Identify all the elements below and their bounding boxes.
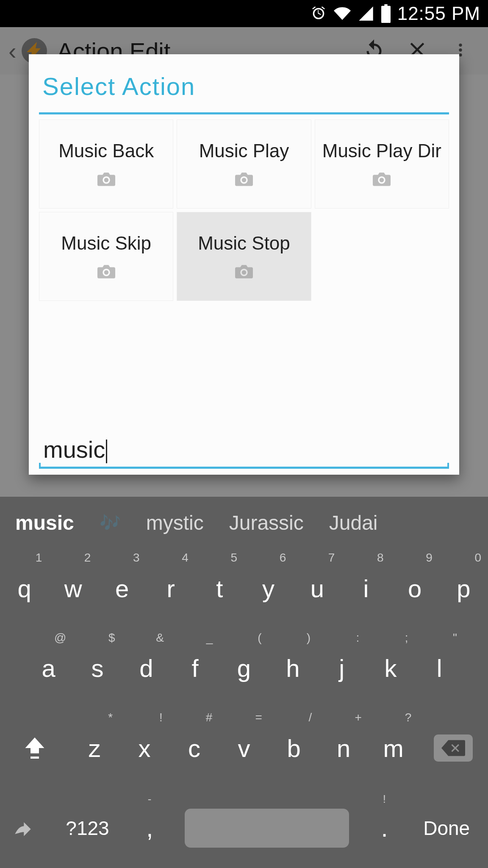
key-e[interactable]: 3e [97,548,146,629]
suggestion-item[interactable]: mystic [146,511,204,534]
key-h[interactable]: )h [269,629,317,709]
key-l[interactable]: "l [415,629,464,709]
action-tile-label: Music Back [58,140,154,161]
key-i[interactable]: 8i [341,548,390,629]
swype-key[interactable] [0,788,46,868]
action-tile[interactable]: Music Back [39,120,173,209]
dialog-divider [39,112,449,114]
key-o[interactable]: 9o [391,548,439,629]
key-y[interactable]: 6y [244,548,293,629]
key-j[interactable]: :j [317,629,366,709]
action-tile-label: Music Stop [198,233,290,254]
key-x[interactable]: !x [119,708,169,788]
suggestion-bar: music 🎶 mystic Jurassic Judai [0,497,488,548]
key-u[interactable]: 7u [293,548,341,629]
action-grid: Music BackMusic PlayMusic Play DirMusic … [39,120,449,357]
camera-icon [235,265,253,280]
period-key[interactable]: !. [364,788,405,868]
signal-icon [358,5,374,22]
status-icons [310,4,391,23]
dialog-title: Select Action [39,70,449,112]
key-s[interactable]: $s [73,629,122,709]
music-emoji-icon[interactable]: 🎶 [100,513,121,533]
key-b[interactable]: /b [269,708,319,788]
shift-key[interactable] [0,708,70,788]
key-z[interactable]: *z [70,708,120,788]
action-tile-label: Music Skip [61,233,151,254]
search-input[interactable]: music [39,433,449,466]
key-d[interactable]: &d [122,629,171,709]
camera-icon [235,172,253,188]
done-key[interactable]: Done [405,788,488,868]
text-cursor [106,440,107,463]
key-w[interactable]: 2w [49,548,97,629]
status-clock: 12:55 PM [397,3,480,24]
key-a[interactable]: @a [24,629,73,709]
suggestion-item[interactable]: Jurassic [229,511,304,534]
input-underline [39,467,449,469]
camera-icon [97,265,115,280]
battery-icon [380,4,391,23]
action-tile-label: Music Play Dir [322,140,441,161]
alarm-icon [310,5,327,22]
camera-icon [97,172,115,188]
key-r[interactable]: 4r [147,548,195,629]
select-action-dialog: Select Action Music BackMusic PlayMusic … [29,54,459,475]
status-bar: 12:55 PM [0,0,488,27]
action-tile[interactable]: Music Skip [39,212,173,301]
action-tile[interactable]: Music Play Dir [315,120,449,209]
key-p[interactable]: 0p [439,548,488,629]
key-v[interactable]: =v [219,708,269,788]
key-c[interactable]: #c [169,708,219,788]
comma-key[interactable]: -, [129,788,170,868]
action-tile[interactable]: Music Stop [177,212,311,301]
action-tile[interactable]: Music Play [177,120,311,209]
symbols-key[interactable]: ?123 [46,788,129,868]
action-tile-label: Music Play [199,140,289,161]
wifi-icon [333,5,352,22]
keyboard: music 🎶 mystic Jurassic Judai 1q2w3e4r5t… [0,497,488,868]
key-f[interactable]: _f [171,629,219,709]
suggestion-primary[interactable]: music [15,511,74,534]
spacebar-key[interactable] [170,788,363,868]
key-m[interactable]: ?m [369,708,419,788]
camera-icon [373,172,391,188]
backspace-key[interactable] [418,708,488,788]
key-g[interactable]: (g [219,629,268,709]
key-k[interactable]: ;k [366,629,415,709]
key-n[interactable]: +n [319,708,369,788]
suggestion-item[interactable]: Judai [329,511,378,534]
key-q[interactable]: 1q [0,548,49,629]
key-t[interactable]: 5t [195,548,244,629]
